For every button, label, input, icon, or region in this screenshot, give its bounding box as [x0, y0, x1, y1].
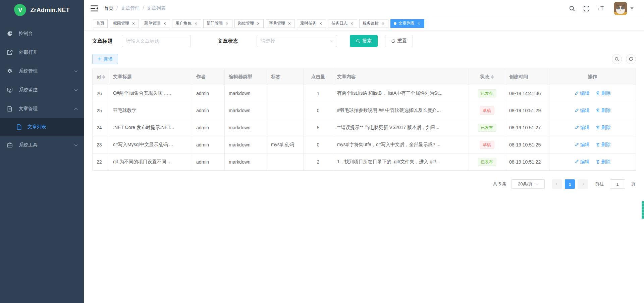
cell-editor: markdown: [225, 154, 267, 171]
cell-content: 有两个list,listA 和listB， listA中有三个属性列为St...: [333, 85, 469, 102]
tab-item[interactable]: 服务监控: [359, 19, 388, 28]
column-header-status[interactable]: 状态: [469, 69, 505, 85]
tab-item[interactable]: 用户角色: [172, 19, 201, 28]
tab-item[interactable]: 菜单管理: [141, 19, 170, 28]
document-icon: [16, 124, 22, 130]
cell-title: 羽毛球教学: [109, 102, 192, 119]
column-header-id[interactable]: id: [93, 69, 109, 85]
delete-button[interactable]: 删除: [596, 142, 611, 148]
close-icon[interactable]: [256, 21, 260, 26]
table-row: 22git 为不同的项目设置不同...adminmarkdown21，找到项目所…: [93, 154, 636, 171]
breadcrumb-item[interactable]: 文章管理: [121, 5, 140, 11]
delete-button[interactable]: 删除: [596, 107, 611, 114]
sidebar-item[interactable]: 系统工具: [0, 136, 84, 155]
edit-button[interactable]: 编辑: [575, 159, 590, 165]
cell-status: 已发布: [469, 119, 505, 136]
breadcrumb-item: 文章列表: [147, 5, 166, 11]
close-icon[interactable]: [162, 21, 167, 26]
goto-suffix: 页: [631, 181, 636, 187]
cell-editor: markdown: [225, 102, 267, 119]
prev-page-button[interactable]: [552, 179, 562, 189]
tab-item[interactable]: 岗位管理: [234, 19, 264, 28]
sidebar-item[interactable]: 系统管理: [0, 62, 84, 81]
delete-button[interactable]: 删除: [596, 159, 611, 165]
edit-icon: [575, 108, 579, 113]
tab-item[interactable]: 定时任务: [297, 19, 326, 28]
tab-label: 字典管理: [269, 20, 285, 26]
status-badge: 已发布: [478, 89, 496, 97]
edit-button[interactable]: 编辑: [575, 107, 590, 114]
toggle-search-button[interactable]: [612, 54, 622, 64]
tab-item[interactable]: 任务日志: [328, 19, 357, 28]
user-avatar[interactable]: [614, 2, 627, 15]
sidebar-item[interactable]: 文章管理: [0, 99, 84, 118]
cell-status: 已发布: [469, 154, 505, 171]
close-icon[interactable]: [287, 21, 291, 26]
cell-hits: 0: [304, 136, 333, 154]
fullscreen-icon[interactable]: [583, 5, 590, 12]
search-icon[interactable]: [569, 5, 575, 12]
cell-hits: 2: [304, 154, 333, 171]
column-header-inner: 标签: [271, 74, 280, 80]
cell-ops: 编辑删除: [549, 154, 636, 171]
close-icon[interactable]: [225, 21, 229, 26]
gear-icon: [7, 68, 13, 74]
tab-item[interactable]: 字典管理: [266, 19, 295, 28]
cell-status: 已发布: [469, 85, 505, 102]
add-button[interactable]: 新增: [92, 54, 118, 64]
goto-page-input[interactable]: [610, 179, 625, 189]
edit-button-label: 编辑: [580, 107, 590, 114]
app-logo[interactable]: V ZrAdmin.NET: [0, 0, 84, 20]
delete-button-label: 删除: [601, 142, 611, 148]
delete-button-label: 删除: [601, 159, 611, 165]
menu-fold-icon[interactable]: [91, 5, 98, 12]
cell-id: 22: [93, 154, 109, 171]
article-title-input[interactable]: [122, 35, 191, 47]
cell-title: c#写入Mysql中文显示乱码 ...: [109, 136, 192, 154]
user-menu[interactable]: [614, 2, 634, 15]
search-icon: [614, 57, 619, 61]
tab-item[interactable]: 权限管理: [110, 19, 139, 28]
article-status-select[interactable]: 请选择: [257, 35, 337, 47]
delete-button[interactable]: 删除: [596, 125, 611, 131]
cell-created: 08-18 14:41:36: [505, 85, 549, 102]
sidebar-item-label: 外部打开: [19, 49, 77, 55]
page-size-select[interactable]: 20条/页: [511, 179, 545, 189]
edit-button[interactable]: 编辑: [575, 142, 590, 148]
sidebar-item[interactable]: 控制台: [0, 24, 84, 43]
close-icon[interactable]: [194, 21, 198, 26]
select-placeholder: 请选择: [261, 38, 275, 44]
column-header-inner: 状态: [480, 74, 494, 80]
cell-tag: mysql,乱码: [267, 136, 304, 154]
next-page-button[interactable]: [578, 179, 588, 189]
delete-icon: [596, 91, 600, 95]
search-button[interactable]: 搜索: [350, 35, 378, 47]
tab-item[interactable]: 文章列表: [390, 19, 424, 28]
current-page-button[interactable]: 1: [565, 179, 575, 189]
sort-desc-caret: [102, 77, 105, 79]
close-icon[interactable]: [318, 21, 323, 26]
font-size-icon[interactable]: TT: [598, 5, 606, 12]
tab-item[interactable]: 部门管理: [203, 19, 232, 28]
sidebar-item[interactable]: 外部打开: [0, 43, 84, 62]
close-icon[interactable]: [350, 21, 354, 26]
sidebar-item[interactable]: 系统监控: [0, 81, 84, 99]
close-icon[interactable]: [131, 21, 136, 26]
close-icon[interactable]: [381, 21, 385, 26]
edit-button[interactable]: 编辑: [575, 125, 590, 131]
refresh-table-button[interactable]: [626, 54, 636, 64]
edit-button-label: 编辑: [580, 142, 590, 148]
sidebar-subitem[interactable]: 文章列表: [0, 118, 84, 136]
reset-button[interactable]: 重置: [385, 35, 413, 47]
breadcrumb-item[interactable]: 首页: [104, 5, 113, 11]
delete-button[interactable]: 删除: [596, 90, 611, 96]
close-icon[interactable]: [417, 21, 421, 26]
status-badge: 已发布: [478, 158, 496, 166]
chevron-down-icon: [74, 88, 78, 91]
tab-item[interactable]: 首页: [93, 19, 108, 28]
scrollbar-thumb[interactable]: [642, 201, 644, 219]
chevron-down-icon: [536, 182, 538, 185]
edit-button[interactable]: 编辑: [575, 90, 590, 96]
pagination: 共 5 条 20条/页 1 前往 页: [92, 179, 636, 189]
pagination-total: 共 5 条: [493, 181, 506, 187]
